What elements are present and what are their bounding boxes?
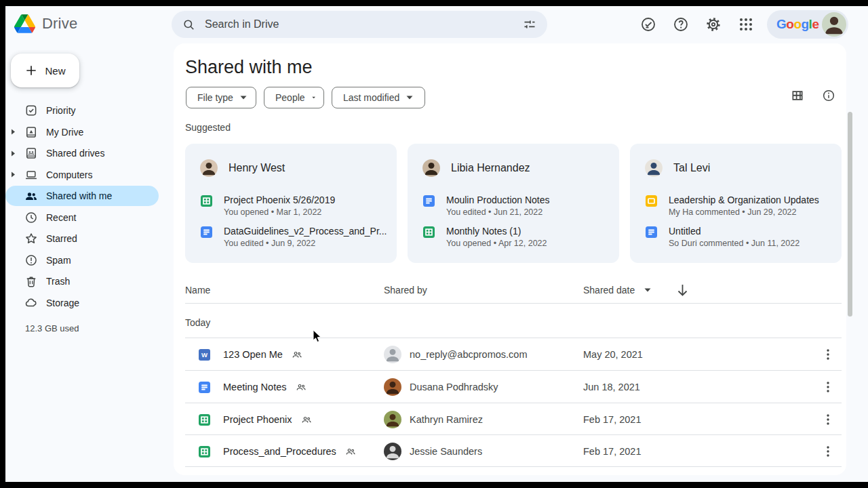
avatar [384,378,401,396]
avatar [422,159,440,177]
file-row[interactable]: W 123 Open Me no_reply@abcpromos.com May… [174,338,846,370]
file-row[interactable]: Process_and_Procedures Jessie Saunders F… [174,435,846,467]
expand-chevron-icon[interactable] [8,129,18,135]
recent-icon [24,211,38,224]
trash-icon [24,274,38,288]
help-icon[interactable] [673,16,689,33]
storage-cloud-icon [24,296,38,310]
chevron-down-icon [644,288,651,292]
sidebar-item-shared-drives[interactable]: Shared drives [5,143,159,163]
suggested-card[interactable]: Henry West Project Phoenix 5/26/2019 You… [185,144,397,263]
scrollbar-thumb[interactable] [848,112,852,317]
file-row[interactable]: Meeting Notes Dusana Podhradsky Jun 18, … [174,371,846,403]
more-actions-icon[interactable] [817,409,839,430]
expand-chevron-icon[interactable] [8,150,18,157]
filter-chip-last-modified[interactable]: Last modified [332,87,425,108]
suggested-card[interactable]: Libia Hernandez Moulin Production Notes … [408,144,619,263]
page-title: Shared with me [185,57,313,78]
shared-people-icon [296,382,307,392]
letterbox-left [0,0,5,488]
divider [185,466,842,467]
search-bar[interactable] [172,11,547,38]
sidebar-item-shared-with-me[interactable]: Shared with me [5,186,159,206]
docs-icon [201,226,212,238]
sidebar-item-storage[interactable]: Storage [5,293,159,313]
suggested-file[interactable]: Leadership & Organization Updates My Ha … [646,195,819,217]
svg-text:W: W [201,351,208,359]
group-label-today: Today [185,317,210,328]
settings-gear-icon[interactable] [705,16,722,33]
avatar [645,159,663,177]
spam-icon [24,253,38,267]
search-icon [182,18,195,31]
search-filters-icon[interactable] [523,18,536,31]
sidebar-item-priority[interactable]: Priority [5,100,159,121]
letterbox-bottom [0,482,868,488]
sidebar: Priority My Drive Shared drives Computer… [0,0,174,488]
sidebar-item-spam[interactable]: Spam [5,250,159,270]
suggested-file[interactable]: Project Phoenix 5/26/2019 You opened • M… [201,195,335,217]
more-actions-icon[interactable] [817,344,839,365]
card-owner: Tal Levi [645,159,710,177]
priority-icon [24,104,38,117]
file-row[interactable]: Project Phoenix Kathryn Ramirez Feb 17, … [174,403,846,435]
search-input[interactable] [205,18,513,30]
docs-icon [423,195,435,207]
suggested-file[interactable]: DataGuidelines_v2_Process_and_Pr... You … [201,226,387,248]
avatar [384,346,401,363]
divider [185,303,842,304]
column-header-name[interactable]: Name [185,285,210,296]
suggested-card[interactable]: Tal Levi Leadership & Organization Updat… [630,144,842,263]
avatar [200,159,218,177]
filter-chip-file-type[interactable]: File type [186,87,256,108]
computers-icon [24,168,38,182]
my-drive-icon [24,125,38,139]
card-owner: Henry West [200,159,285,177]
suggested-file[interactable]: Untitled So Duri commented • Jun 11, 202… [646,226,800,248]
storage-used-label: 12.3 GB used [25,323,79,333]
word-icon: W [199,349,210,361]
avatar [384,411,401,428]
shared-drives-icon [24,146,38,160]
filter-chip-people[interactable]: People [264,87,324,108]
letterbox-top [0,0,868,6]
suggested-file[interactable]: Moulin Production Notes You edited • Jun… [423,195,550,217]
info-icon[interactable] [822,89,835,102]
sidebar-item-computers[interactable]: Computers [5,165,159,185]
chevron-down-icon [240,96,247,100]
sheets-icon [199,446,210,458]
chevron-down-icon [406,96,413,100]
starred-icon [24,232,38,245]
google-logo: Google [776,17,818,32]
more-actions-icon[interactable] [817,376,839,398]
shared-people-icon [301,414,312,425]
sort-direction-icon[interactable] [677,284,688,296]
slides-icon [646,195,657,207]
check-circle-icon[interactable] [640,16,656,33]
card-owner: Libia Hernandez [422,159,530,177]
sheets-icon [201,195,212,207]
sheets-icon [199,414,210,426]
docs-icon [199,382,210,393]
expand-chevron-icon[interactable] [8,171,18,178]
more-actions-icon[interactable] [817,441,839,462]
sidebar-item-starred[interactable]: Starred [5,228,159,249]
chevron-down-icon [312,96,315,100]
sidebar-item-trash[interactable]: Trash [5,271,159,291]
column-header-shared-by[interactable]: Shared by [384,285,427,296]
header-actions [640,16,754,33]
sidebar-item-my-drive[interactable]: My Drive [5,122,159,142]
profile-avatar[interactable] [822,12,846,37]
shared-with-me-icon [24,189,38,203]
shared-people-icon [345,446,356,457]
view-controls [791,89,835,102]
column-header-shared-date[interactable]: Shared date [583,285,651,296]
suggested-section-label: Suggested [185,122,231,133]
shared-people-icon [292,349,302,360]
grid-view-icon[interactable] [791,89,804,102]
apps-grid-icon[interactable] [738,16,754,33]
suggested-file[interactable]: Monthly Notes (1) You opened • Apr 12, 2… [423,226,547,248]
sidebar-item-recent[interactable]: Recent [5,207,159,228]
sheets-icon [423,226,435,238]
google-account-pill[interactable]: Google [767,10,848,39]
